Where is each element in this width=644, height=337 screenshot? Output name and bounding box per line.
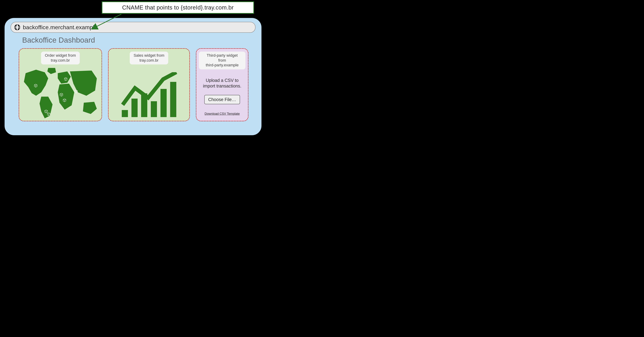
third-party-widget-label: Third-party widget from third-party.exam…: [199, 52, 246, 69]
svg-rect-5: [151, 101, 157, 117]
choose-file-button[interactable]: Choose File…: [204, 95, 240, 104]
globe-icon: [14, 24, 20, 31]
sales-chart-icon: [120, 72, 178, 117]
order-widget-label: Order widget from tray.com.br: [41, 52, 80, 65]
address-bar[interactable]: backoffice.merchant.example: [10, 22, 256, 33]
download-csv-template-link[interactable]: Download CSV Template: [205, 112, 240, 116]
third-party-widget: Third-party widget from third-party.exam…: [196, 48, 248, 121]
svg-rect-2: [122, 110, 128, 117]
widgets-row: Order widget from tray.com.br: [10, 48, 256, 121]
cname-callout-text: CNAME that points to {storeId}.tray.com.…: [122, 4, 234, 11]
svg-rect-3: [132, 99, 138, 117]
sales-widget-label: Sales widget from tray.com.br: [130, 52, 168, 65]
browser-window: backoffice.merchant.example Backoffice D…: [4, 17, 262, 136]
svg-rect-7: [170, 82, 176, 117]
svg-rect-6: [160, 89, 167, 117]
address-bar-url: backoffice.merchant.example: [23, 24, 98, 31]
world-map-icon: [22, 66, 99, 118]
sales-widget: Sales widget from tray.com.br: [108, 48, 190, 121]
page-title: Backoffice Dashboard: [22, 36, 256, 44]
cname-callout: CNAME that points to {storeId}.tray.com.…: [102, 2, 254, 14]
order-widget: Order widget from tray.com.br: [19, 48, 102, 121]
upload-instructions: Upload a CSV to import transactions.: [203, 78, 242, 89]
